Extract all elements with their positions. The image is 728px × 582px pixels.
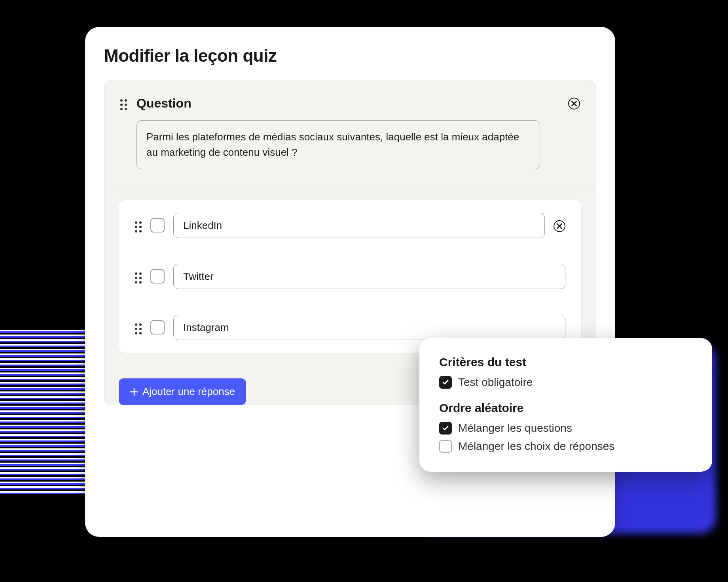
criteria-title: Critères du test [439, 355, 692, 369]
delete-question-button[interactable] [568, 98, 580, 110]
answer-input[interactable] [173, 213, 545, 238]
settings-item-label: Test obligatoire [458, 376, 533, 389]
close-icon [557, 223, 562, 229]
checkbox-unchecked[interactable] [439, 440, 452, 453]
check-icon [442, 425, 449, 432]
plus-icon [130, 387, 138, 396]
settings-item-shuffle-answers[interactable]: Mélanger les choix de réponses [439, 440, 692, 453]
answer-correct-checkbox[interactable] [150, 269, 165, 283]
question-header: Question [104, 80, 596, 185]
settings-item-shuffle-questions[interactable]: Mélanger les questions [439, 422, 692, 435]
checkbox-checked[interactable] [439, 422, 452, 435]
delete-answer-button[interactable] [554, 220, 565, 232]
check-icon [442, 379, 449, 386]
question-header-main: Question [136, 96, 559, 169]
add-answer-button[interactable]: Ajouter une réponse [119, 378, 246, 405]
add-answer-label: Ajouter une réponse [142, 385, 235, 398]
settings-item-label: Mélanger les questions [458, 422, 572, 435]
random-order-section: Ordre aléatoire Mélanger les questions M… [439, 401, 692, 453]
modal-title: Modifier la leçon quiz [104, 46, 596, 66]
settings-item-label: Mélanger les choix de réponses [458, 440, 614, 453]
decorative-glow-left [0, 328, 95, 494]
question-label: Question [136, 96, 559, 111]
answer-row [119, 200, 582, 251]
criteria-section: Critères du test Test obligatoire [439, 355, 692, 389]
answer-row [119, 251, 582, 302]
answer-input[interactable] [173, 315, 565, 340]
quiz-settings-panel: Critères du test Test obligatoire Ordre … [419, 338, 712, 472]
drag-handle-icon[interactable] [135, 221, 142, 232]
drag-handle-icon[interactable] [135, 323, 142, 334]
answer-correct-checkbox[interactable] [150, 218, 165, 232]
question-textarea[interactable] [136, 120, 540, 169]
drag-handle-icon[interactable] [135, 272, 142, 283]
random-order-title: Ordre aléatoire [439, 401, 692, 415]
settings-item-mandatory[interactable]: Test obligatoire [439, 376, 692, 389]
checkbox-checked[interactable] [439, 376, 452, 389]
answer-input[interactable] [173, 264, 565, 289]
close-icon [571, 101, 577, 106]
answer-correct-checkbox[interactable] [150, 320, 165, 334]
drag-handle-icon[interactable] [120, 99, 127, 110]
